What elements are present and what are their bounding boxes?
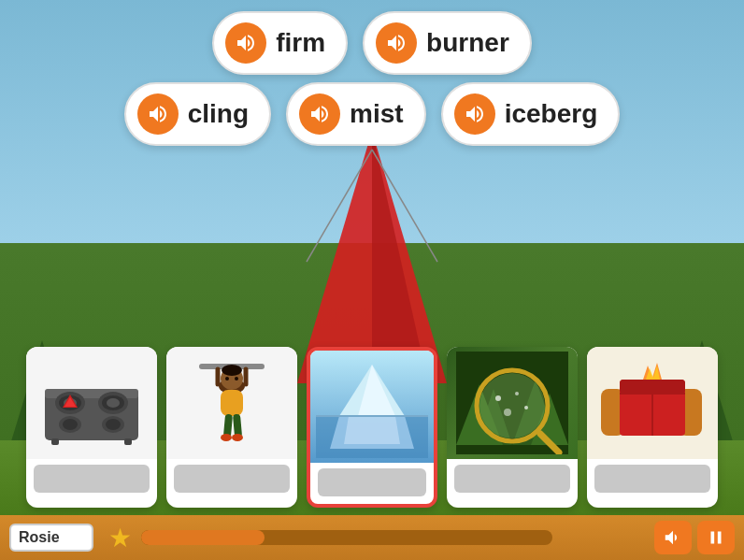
star-icon: ★ <box>108 523 132 553</box>
card-hanging[interactable] <box>166 347 297 508</box>
svg-point-28 <box>235 377 238 381</box>
card-iceberg[interactable] <box>307 347 437 508</box>
word-iceberg-label: iceberg <box>505 99 598 129</box>
progress-bar <box>141 530 552 545</box>
word-cling-label: cling <box>188 99 249 129</box>
progress-bar-fill <box>141 530 265 545</box>
card-hanging-label <box>174 465 290 493</box>
card-stove-label <box>34 465 150 493</box>
sound-button[interactable] <box>654 521 692 554</box>
card-stove-image <box>26 347 157 459</box>
card-forest[interactable] <box>447 347 578 508</box>
svg-point-13 <box>63 419 78 430</box>
svg-point-27 <box>225 377 229 381</box>
card-burning-image <box>587 347 718 459</box>
svg-point-45 <box>479 373 545 438</box>
sound-icon-burner[interactable] <box>376 22 417 64</box>
bottom-right-controls <box>654 521 735 554</box>
image-cards <box>11 347 733 508</box>
sound-icon-iceberg[interactable] <box>454 93 495 135</box>
word-button-firm[interactable]: firm <box>212 11 348 75</box>
card-forest-label <box>454 465 570 493</box>
word-firm-label: firm <box>276 28 325 58</box>
svg-rect-19 <box>124 438 132 445</box>
svg-point-26 <box>222 365 242 376</box>
svg-point-48 <box>504 409 511 416</box>
svg-point-31 <box>221 434 232 441</box>
word-button-cling[interactable]: cling <box>124 82 271 146</box>
svg-point-46 <box>495 395 501 401</box>
card-stove[interactable] <box>26 347 157 508</box>
word-button-iceberg[interactable]: iceberg <box>441 82 621 146</box>
svg-point-32 <box>232 434 243 441</box>
word-buttons-row2: cling mist iceberg <box>11 82 733 146</box>
svg-rect-18 <box>51 438 59 445</box>
svg-rect-24 <box>221 390 243 416</box>
sound-icon-mist[interactable] <box>299 93 340 135</box>
sound-icon-cling[interactable] <box>137 93 179 135</box>
bottom-bar: ★ <box>0 515 744 560</box>
svg-point-49 <box>524 406 528 409</box>
pause-button[interactable] <box>697 521 735 554</box>
svg-marker-37 <box>344 416 400 444</box>
word-burner-label: burner <box>426 28 509 58</box>
svg-point-11 <box>107 398 120 408</box>
word-button-mist[interactable]: mist <box>286 82 426 146</box>
svg-point-47 <box>515 392 519 395</box>
word-buttons-row1: firm burner <box>11 11 733 75</box>
sound-icon-firm[interactable] <box>225 22 266 64</box>
main-content: firm burner cling <box>0 0 744 515</box>
card-iceberg-image <box>310 351 434 463</box>
word-mist-label: mist <box>350 99 404 129</box>
word-button-burner[interactable]: burner <box>363 11 532 75</box>
card-burning-label <box>594 465 710 493</box>
card-hanging-image <box>166 347 297 459</box>
card-forest-image <box>447 347 578 459</box>
svg-point-15 <box>106 419 121 430</box>
card-burning[interactable] <box>587 347 718 508</box>
card-iceberg-label <box>318 468 426 496</box>
player-name-input[interactable] <box>9 524 93 552</box>
